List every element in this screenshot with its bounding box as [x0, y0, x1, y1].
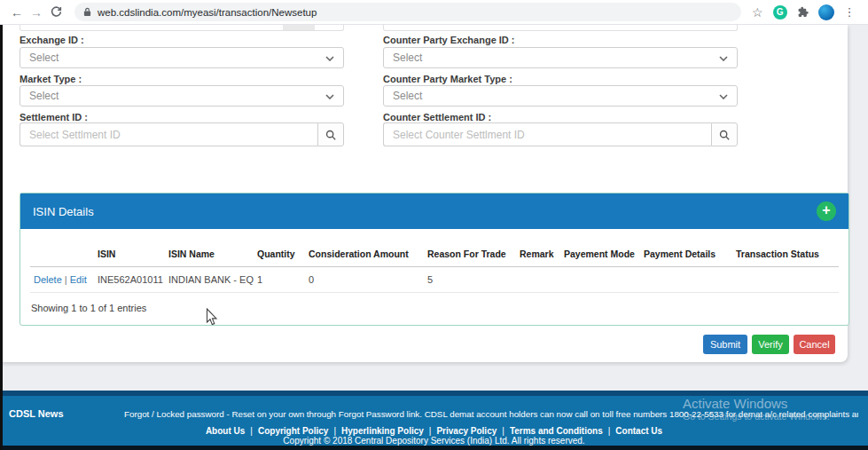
counter-settlement-search-button[interactable]: [711, 122, 738, 146]
isin-table-row: Delete | Edit INE562A01011 INDIAN BANK -…: [30, 267, 839, 293]
cell-consideration-amount: 0: [305, 267, 424, 293]
back-icon[interactable]: ←: [7, 5, 27, 20]
isin-table-header-row: ISIN ISIN Name Quantity Consideration Am…: [30, 247, 839, 267]
cutoff-button: [283, 25, 315, 30]
add-isin-button[interactable]: +: [817, 201, 836, 221]
cell-remark: [516, 267, 560, 293]
chrome-actions: ☆ G ⋮: [752, 4, 856, 20]
cdsl-news-label: CDSL News: [9, 408, 64, 419]
cell-isin-name: INDIAN BANK - EQ: [165, 267, 254, 293]
address-bar[interactable]: web.cdslindia.com/myeasi/transaction/New…: [74, 3, 741, 21]
browser-chrome: ← → web.cdslindia.com/myeasi/transaction…: [0, 0, 868, 25]
row-actions: Delete | Edit: [30, 267, 94, 293]
chevron-down-icon: [325, 90, 334, 102]
col-reason-for-trade: Reason For Trade: [424, 247, 516, 267]
chevron-down-icon: [325, 51, 334, 64]
col-remark: Remark: [516, 247, 560, 267]
counter-party-market-type-label: Counter Party Market Type :: [383, 74, 512, 84]
settlement-search-button[interactable]: [317, 122, 344, 146]
cell-quantity: 1: [254, 267, 305, 293]
delete-link[interactable]: Delete: [34, 274, 62, 285]
col-quantity: Quantity: [254, 247, 305, 267]
lock-icon: [83, 7, 91, 17]
exchange-id-label: Exchange ID :: [20, 35, 84, 45]
col-transaction-status: Transaction Status: [732, 247, 839, 267]
isin-table: ISIN ISIN Name Quantity Consideration Am…: [30, 247, 839, 293]
extensions-puzzle-icon[interactable]: [797, 6, 809, 18]
col-actions: [30, 247, 94, 267]
cell-isin: INE562A01011: [94, 267, 165, 293]
news-ticker: Forgot / Locked password - Reset on your…: [124, 409, 858, 419]
counter-party-market-type-select[interactable]: Select: [383, 85, 738, 107]
cutoff-field-right: [383, 25, 738, 31]
footer-link-copyright-policy[interactable]: Copyright Policy: [258, 426, 328, 436]
market-type-select[interactable]: Select: [20, 85, 344, 107]
copyright-text: Copyright © 2018 Central Depository Serv…: [0, 436, 868, 446]
grammarly-extension-icon[interactable]: G: [773, 5, 787, 20]
settlement-id-field: [20, 122, 344, 146]
chevron-down-icon: [719, 90, 728, 102]
panel-title: ISIN Details: [33, 205, 94, 218]
chevron-down-icon: [719, 51, 728, 64]
screen-left-edge: [0, 25, 3, 450]
footer-link-privacy-policy[interactable]: Privacy Policy: [436, 426, 497, 436]
reload-icon[interactable]: [46, 5, 66, 20]
verify-button[interactable]: Verify: [752, 335, 789, 354]
counter-settlement-id-label: Counter Settlement ID :: [383, 112, 491, 122]
col-consideration-amount: Consideration Amount: [305, 247, 424, 267]
counter-settlement-id-field: [383, 122, 738, 146]
cell-reason-for-trade: 5: [424, 267, 516, 293]
cell-payment-details: [640, 267, 732, 293]
footer-link-about-us[interactable]: About Us: [206, 426, 245, 436]
counter-party-exchange-id-label: Counter Party Exchange ID :: [383, 35, 515, 45]
screen-bottom-edge: [0, 446, 868, 450]
col-payment-details: Payment Details: [640, 247, 732, 267]
isin-details-header: ISIN Details +: [20, 193, 848, 229]
cell-transaction-status: [732, 267, 839, 293]
settlement-id-label: Settlement ID :: [20, 112, 88, 122]
col-isin-name: ISIN Name: [165, 247, 254, 267]
profile-avatar[interactable]: [818, 4, 834, 20]
transaction-form-card: Exchange ID : Select Counter Party Excha…: [0, 25, 848, 362]
counter-party-exchange-id-select[interactable]: Select: [383, 47, 738, 68]
settlement-id-input[interactable]: [20, 122, 317, 146]
site-footer: CDSL News Forgot / Locked password - Res…: [0, 396, 868, 446]
forward-icon[interactable]: →: [27, 5, 46, 20]
edit-link[interactable]: Edit: [70, 274, 87, 285]
footer-links: About Us|Copyright Policy|Hyperlinking P…: [0, 426, 868, 436]
url-text: web.cdslindia.com/myeasi/transaction/New…: [98, 7, 317, 18]
cancel-button[interactable]: Cancel: [794, 335, 835, 354]
table-entries-summary: Showing 1 to 1 of 1 entries: [31, 303, 848, 313]
exchange-id-select[interactable]: Select: [20, 47, 344, 68]
bookmark-star-icon[interactable]: ☆: [752, 5, 763, 20]
footer-link-terms-and-conditions[interactable]: Terms and Conditions: [510, 426, 603, 436]
col-payement-mode: Payement Mode: [560, 247, 640, 267]
menu-dots-icon[interactable]: ⋮: [844, 5, 856, 19]
market-type-label: Market Type :: [20, 74, 82, 84]
isin-details-panel: ISIN Details + ISIN ISIN Name Quantity C…: [20, 193, 849, 326]
submit-button[interactable]: Submit: [703, 335, 747, 354]
footer-link-contact-us[interactable]: Contact Us: [615, 426, 662, 436]
counter-settlement-id-input[interactable]: [383, 122, 711, 146]
footer-link-hyperlinking-policy[interactable]: Hyperlinking Policy: [341, 426, 424, 436]
cell-payement-mode: [560, 267, 640, 293]
col-isin: ISIN: [94, 247, 165, 267]
cutoff-field-left: [20, 25, 344, 31]
